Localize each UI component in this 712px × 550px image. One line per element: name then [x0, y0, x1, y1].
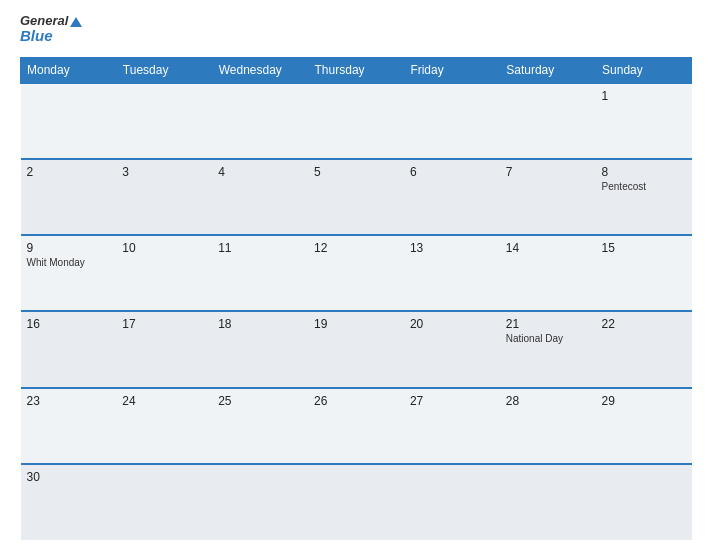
- calendar-cell: 14: [500, 235, 596, 311]
- day-number: 3: [122, 165, 206, 179]
- calendar-cell: 15: [596, 235, 692, 311]
- day-event: National Day: [506, 333, 590, 344]
- day-number: 1: [602, 89, 686, 103]
- day-number: 26: [314, 394, 398, 408]
- calendar-cell: [21, 83, 117, 159]
- col-header-wednesday: Wednesday: [212, 57, 308, 83]
- calendar-cell: 5: [308, 159, 404, 235]
- calendar-cell: 7: [500, 159, 596, 235]
- calendar-cell: [404, 83, 500, 159]
- day-number: 4: [218, 165, 302, 179]
- day-number: 17: [122, 317, 206, 331]
- calendar-cell: 30: [21, 464, 117, 540]
- day-number: 2: [27, 165, 111, 179]
- day-number: 27: [410, 394, 494, 408]
- day-number: 20: [410, 317, 494, 331]
- day-number: 15: [602, 241, 686, 255]
- logo-triangle-icon: [70, 17, 82, 27]
- day-number: 21: [506, 317, 590, 331]
- calendar-cell: 1: [596, 83, 692, 159]
- calendar-cell: [404, 464, 500, 540]
- calendar-cell: [212, 464, 308, 540]
- col-header-monday: Monday: [21, 57, 117, 83]
- calendar-cell: 8Pentecost: [596, 159, 692, 235]
- day-number: 8: [602, 165, 686, 179]
- week-row: 161718192021National Day22: [21, 311, 692, 387]
- col-header-tuesday: Tuesday: [116, 57, 212, 83]
- calendar-cell: 2: [21, 159, 117, 235]
- day-number: 9: [27, 241, 111, 255]
- day-number: 18: [218, 317, 302, 331]
- week-row: 1: [21, 83, 692, 159]
- day-number: 5: [314, 165, 398, 179]
- week-row: 30: [21, 464, 692, 540]
- calendar-cell: [500, 464, 596, 540]
- day-number: 7: [506, 165, 590, 179]
- calendar-cell: [500, 83, 596, 159]
- logo-general-text: General: [20, 14, 82, 28]
- week-row: 9Whit Monday101112131415: [21, 235, 692, 311]
- day-event: Whit Monday: [27, 257, 111, 268]
- calendar-cell: 17: [116, 311, 212, 387]
- col-header-saturday: Saturday: [500, 57, 596, 83]
- day-number: 14: [506, 241, 590, 255]
- week-row: 2345678Pentecost: [21, 159, 692, 235]
- days-header-row: MondayTuesdayWednesdayThursdayFridaySatu…: [21, 57, 692, 83]
- day-number: 22: [602, 317, 686, 331]
- calendar-header: General Blue: [20, 10, 692, 49]
- col-header-friday: Friday: [404, 57, 500, 83]
- calendar-cell: 11: [212, 235, 308, 311]
- calendar-cell: 4: [212, 159, 308, 235]
- calendar-cell: [116, 83, 212, 159]
- calendar-table: MondayTuesdayWednesdayThursdayFridaySatu…: [20, 57, 692, 540]
- calendar-cell: [116, 464, 212, 540]
- day-number: 10: [122, 241, 206, 255]
- calendar-cell: 9Whit Monday: [21, 235, 117, 311]
- logo-blue-text: Blue: [20, 28, 53, 45]
- calendar-cell: 21National Day: [500, 311, 596, 387]
- calendar-cell: 3: [116, 159, 212, 235]
- calendar-cell: 20: [404, 311, 500, 387]
- calendar-cell: 25: [212, 388, 308, 464]
- calendar-cell: 24: [116, 388, 212, 464]
- calendar-cell: 13: [404, 235, 500, 311]
- day-number: 6: [410, 165, 494, 179]
- day-number: 24: [122, 394, 206, 408]
- calendar-cell: 23: [21, 388, 117, 464]
- day-number: 12: [314, 241, 398, 255]
- day-number: 19: [314, 317, 398, 331]
- calendar-cell: 29: [596, 388, 692, 464]
- calendar-cell: [308, 83, 404, 159]
- calendar-cell: [308, 464, 404, 540]
- calendar-cell: 16: [21, 311, 117, 387]
- day-number: 23: [27, 394, 111, 408]
- calendar-cell: [212, 83, 308, 159]
- logo: General Blue: [20, 14, 82, 45]
- day-number: 11: [218, 241, 302, 255]
- calendar-cell: 6: [404, 159, 500, 235]
- day-number: 30: [27, 470, 111, 484]
- calendar-cell: 12: [308, 235, 404, 311]
- calendar-cell: 18: [212, 311, 308, 387]
- calendar-cell: 22: [596, 311, 692, 387]
- day-number: 13: [410, 241, 494, 255]
- day-number: 29: [602, 394, 686, 408]
- calendar-cell: 28: [500, 388, 596, 464]
- day-event: Pentecost: [602, 181, 686, 192]
- calendar-cell: [596, 464, 692, 540]
- calendar-cell: 27: [404, 388, 500, 464]
- week-row: 23242526272829: [21, 388, 692, 464]
- day-number: 25: [218, 394, 302, 408]
- day-number: 16: [27, 317, 111, 331]
- col-header-thursday: Thursday: [308, 57, 404, 83]
- calendar-cell: 19: [308, 311, 404, 387]
- day-number: 28: [506, 394, 590, 408]
- calendar-cell: 10: [116, 235, 212, 311]
- calendar-cell: 26: [308, 388, 404, 464]
- col-header-sunday: Sunday: [596, 57, 692, 83]
